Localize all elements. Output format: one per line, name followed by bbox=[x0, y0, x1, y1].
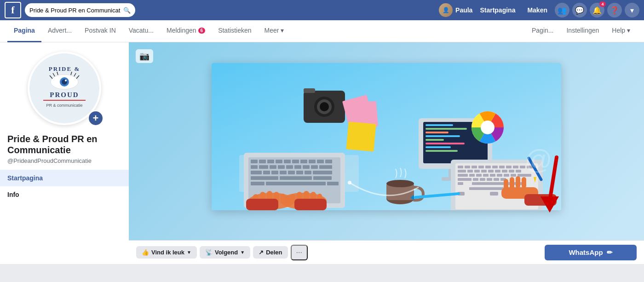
cover-area: 📷 bbox=[129, 42, 644, 264]
nav-item-meldingen[interactable]: Meldingen 6 bbox=[160, 20, 212, 42]
nav-item-vacatu[interactable]: Vacatu... bbox=[122, 20, 160, 42]
svg-rect-33 bbox=[286, 165, 293, 169]
svg-point-69 bbox=[320, 102, 329, 111]
svg-rect-28 bbox=[325, 160, 332, 163]
svg-rect-113 bbox=[483, 174, 489, 177]
svg-text:PROUD: PROUD bbox=[50, 91, 79, 98]
nav-right: 👤 Paula Startpagina Maken 👥 💬 🔔 4 ❓ ▾ bbox=[439, 3, 639, 17]
thumbs-up-icon: 👍 bbox=[142, 249, 149, 256]
help-icon-button[interactable]: ❓ bbox=[607, 3, 622, 17]
edit-icon: ✏ bbox=[607, 248, 613, 257]
notifications-icon-button[interactable]: 🔔 4 bbox=[590, 3, 604, 17]
nav-item-postvak[interactable]: Postvak IN bbox=[78, 20, 122, 42]
profile-logo-svg: PRIDE & PROUD PR & communicatie bbox=[29, 53, 99, 123]
search-bar[interactable]: 🔍 bbox=[25, 3, 135, 17]
svg-rect-115 bbox=[497, 174, 502, 177]
svg-rect-117 bbox=[511, 174, 516, 177]
nav-item-pagin[interactable]: Pagin... bbox=[525, 20, 560, 42]
svg-rect-77 bbox=[426, 128, 467, 130]
svg-rect-36 bbox=[311, 165, 318, 169]
svg-point-148 bbox=[348, 181, 351, 184]
svg-rect-83 bbox=[426, 150, 458, 152]
sidebar: PRIDE & PROUD PR & communicatie + Pride … bbox=[0, 42, 129, 264]
more-options-button[interactable]: ··· bbox=[291, 245, 308, 260]
svg-rect-79 bbox=[426, 135, 460, 137]
svg-rect-121 bbox=[480, 178, 485, 181]
nav-item-advert[interactable]: Advert... bbox=[41, 20, 78, 42]
svg-rect-31 bbox=[270, 165, 276, 169]
svg-rect-37 bbox=[319, 165, 332, 169]
svg-rect-41 bbox=[280, 171, 287, 174]
nav-item-meer[interactable]: Meer ▾ bbox=[258, 20, 291, 42]
svg-rect-104 bbox=[481, 170, 487, 173]
action-bar: 👍 Vind ik leuk ▼ 📡 Volgend ▼ ↗ Delen ···… bbox=[129, 240, 644, 264]
profile-pic-area: PRIDE & PROUD PR & communicatie + bbox=[0, 42, 129, 130]
svg-rect-19 bbox=[251, 160, 258, 163]
svg-rect-32 bbox=[278, 165, 285, 169]
svg-rect-78 bbox=[426, 132, 448, 133]
nav-item-pagina[interactable]: Pagina bbox=[7, 20, 41, 42]
svg-rect-125 bbox=[458, 182, 463, 185]
svg-rect-136 bbox=[510, 177, 514, 189]
svg-rect-135 bbox=[504, 179, 508, 189]
svg-text:PR & communicatie: PR & communicatie bbox=[46, 103, 82, 108]
svg-point-87 bbox=[481, 121, 494, 134]
nav-item-instellingen[interactable]: Instellingen bbox=[560, 20, 605, 42]
svg-rect-46 bbox=[251, 176, 278, 180]
nav-item-statistieken[interactable]: Statistieken bbox=[212, 20, 258, 42]
vind-ik-leuk-dropdown-icon: ▼ bbox=[187, 250, 191, 255]
svg-rect-42 bbox=[288, 171, 295, 174]
delen-button[interactable]: ↗ Delen bbox=[253, 246, 288, 259]
volgend-button[interactable]: 📡 Volgend ▼ bbox=[200, 246, 250, 259]
page-nav-right: Pagin... Instellingen Help ▾ bbox=[525, 20, 637, 42]
sidebar-item-info[interactable]: Info bbox=[0, 186, 129, 203]
svg-rect-106 bbox=[495, 170, 500, 173]
svg-rect-123 bbox=[494, 178, 499, 181]
svg-rect-120 bbox=[473, 178, 478, 181]
svg-rect-25 bbox=[300, 160, 307, 163]
svg-rect-94 bbox=[485, 166, 491, 168]
share-icon: ↗ bbox=[259, 249, 264, 256]
svg-rect-38 bbox=[251, 171, 262, 174]
vind-ik-leuk-button[interactable]: 👍 Vind ik leuk ▼ bbox=[136, 246, 197, 259]
whatsapp-button[interactable]: WhatsApp ✏ bbox=[545, 245, 637, 260]
add-photo-button[interactable]: + bbox=[88, 110, 104, 126]
svg-text:PRIDE &: PRIDE & bbox=[49, 65, 80, 72]
search-input[interactable] bbox=[29, 7, 121, 14]
volgend-dropdown-icon: ▼ bbox=[240, 250, 245, 255]
svg-rect-23 bbox=[284, 160, 291, 163]
cover-illustration: @ bbox=[212, 63, 561, 210]
nav-item-help[interactable]: Help ▾ bbox=[605, 20, 637, 42]
page-handle: @PrideandProudCommunicatie bbox=[0, 157, 129, 170]
facebook-logo: f bbox=[5, 2, 21, 18]
startpagina-button[interactable]: Startpagina bbox=[475, 5, 520, 16]
svg-rect-64 bbox=[246, 199, 278, 210]
maken-button[interactable]: Maken bbox=[523, 5, 552, 16]
nav-user[interactable]: 👤 Paula bbox=[439, 3, 472, 17]
sidebar-item-startpagina[interactable]: Startpagina bbox=[0, 170, 129, 186]
main-layout: PRIDE & PROUD PR & communicatie + Pride … bbox=[0, 42, 644, 264]
svg-rect-30 bbox=[259, 165, 268, 169]
svg-point-144 bbox=[386, 180, 414, 187]
meldingen-badge: 6 bbox=[198, 28, 206, 34]
svg-rect-108 bbox=[509, 170, 514, 173]
svg-line-149 bbox=[550, 157, 557, 201]
svg-rect-110 bbox=[458, 174, 468, 177]
camera-icon-button[interactable]: 📷 bbox=[136, 49, 153, 63]
svg-rect-58 bbox=[281, 194, 285, 202]
svg-point-4 bbox=[65, 80, 67, 81]
people-icon-button[interactable]: 👥 bbox=[555, 3, 569, 17]
svg-rect-119 bbox=[458, 178, 472, 181]
svg-rect-103 bbox=[474, 170, 480, 173]
more-icon-button[interactable]: ▾ bbox=[625, 3, 639, 17]
cover-photo: 📷 bbox=[129, 42, 644, 240]
svg-rect-65 bbox=[294, 199, 327, 210]
svg-rect-80 bbox=[426, 139, 444, 141]
svg-rect-24 bbox=[292, 160, 299, 163]
svg-rect-105 bbox=[488, 170, 494, 173]
svg-marker-150 bbox=[540, 196, 559, 213]
messenger-icon-button[interactable]: 💬 bbox=[572, 3, 587, 17]
svg-rect-26 bbox=[309, 160, 316, 163]
svg-rect-51 bbox=[327, 182, 339, 185]
red-arrow bbox=[524, 153, 570, 217]
